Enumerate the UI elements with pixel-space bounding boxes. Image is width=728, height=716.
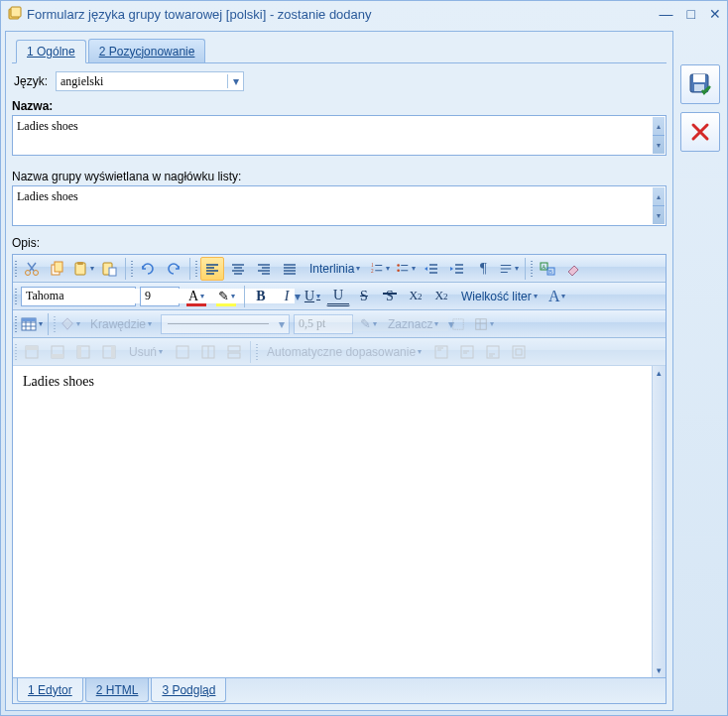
cut-button[interactable]	[20, 257, 44, 281]
svg-rect-24	[52, 346, 63, 358]
align-left-button[interactable]	[200, 257, 224, 281]
letter-case-dropdown[interactable]: Wielkość liter	[454, 285, 545, 308]
maximize-button[interactable]: □	[687, 6, 695, 22]
pen-color-button: ✎	[356, 312, 380, 336]
header-textarea[interactable]: Ladies shoes	[13, 186, 652, 222]
svg-rect-32	[228, 346, 240, 351]
svg-rect-1	[11, 7, 21, 17]
scroll-up-icon[interactable]: ▴	[653, 366, 666, 380]
name-textarea[interactable]: Ladies shoes	[13, 116, 652, 152]
svg-rect-37	[513, 346, 525, 358]
language-input[interactable]	[57, 74, 227, 89]
vertical-scrollbar[interactable]: ▴ ▾	[652, 366, 666, 677]
toolbar-font: ▾ ▾ A ✎ B I U U S S X2 X2 Wielkość liter…	[13, 283, 666, 310]
svg-rect-19	[22, 318, 36, 321]
svg-text:B: B	[548, 269, 552, 275]
editor-view-tabstrip: 1 Edytor 2 HTML 3 Podgląd	[13, 677, 666, 703]
tab-preview-view[interactable]: 3 Podgląd	[151, 678, 226, 702]
borders-dropdown: Krawędzie	[83, 312, 159, 336]
insert-col-right-button	[97, 340, 121, 364]
svg-text:2: 2	[371, 267, 374, 273]
indent-decrease-button[interactable]	[420, 257, 443, 281]
language-combo[interactable]: ▾	[56, 71, 244, 91]
grip-icon[interactable]	[193, 255, 199, 282]
svg-rect-23	[26, 346, 38, 350]
window-title: Formularz języka grupy towarowej [polski…	[27, 7, 660, 22]
spin-up-icon[interactable]: ▴	[653, 117, 665, 135]
number-list-button[interactable]: 12	[368, 257, 392, 281]
tab-editor-view[interactable]: 1 Edytor	[17, 678, 83, 702]
editor-body[interactable]: Ladies shoes	[13, 366, 652, 677]
editor-content-area[interactable]: Ladies shoes ▴ ▾	[13, 366, 666, 677]
header-field[interactable]: Ladies shoes ▴▾	[12, 185, 667, 226]
scroll-down-icon[interactable]: ▾	[653, 663, 666, 677]
indent-increase-button[interactable]	[445, 257, 469, 281]
insert-row-below-button	[46, 340, 69, 364]
paragraph-mark-button[interactable]: ¶	[471, 257, 495, 281]
undo-button[interactable]	[136, 257, 160, 281]
dialog-window: Formularz języka grupy towarowej [polski…	[0, 0, 728, 716]
table-properties-button	[472, 312, 496, 336]
spin-up-icon[interactable]: ▴	[653, 187, 665, 205]
align-justify-button[interactable]	[278, 257, 302, 281]
cell-align-tl-button	[429, 340, 453, 364]
find-replace-button[interactable]: AB	[536, 257, 559, 281]
align-right-button[interactable]	[252, 257, 276, 281]
save-button[interactable]	[680, 64, 720, 104]
underline-button[interactable]: U	[301, 285, 324, 308]
svg-rect-36	[487, 346, 499, 358]
svg-point-2	[26, 270, 31, 275]
spin-down-icon[interactable]: ▾	[653, 135, 665, 154]
paste-button[interactable]	[71, 257, 95, 281]
eraser-button[interactable]	[561, 257, 585, 281]
grip-icon[interactable]	[129, 255, 135, 282]
close-button[interactable]: ✕	[709, 6, 721, 22]
svg-rect-21	[476, 318, 487, 329]
tab-positioning[interactable]: 2 Pozycjonowanie	[88, 39, 206, 62]
font-name-combo[interactable]: ▾	[21, 287, 136, 306]
spin-down-icon[interactable]: ▾	[653, 205, 665, 224]
redo-button[interactable]	[162, 257, 185, 281]
superscript-button[interactable]: X2	[404, 285, 427, 308]
titlebar[interactable]: Formularz języka grupy towarowej [polski…	[1, 1, 727, 27]
action-buttons-pane	[677, 31, 723, 711]
scroll-track[interactable]	[653, 380, 666, 663]
grip-icon[interactable]	[13, 255, 19, 282]
bold-button[interactable]: B	[249, 285, 273, 308]
cell-margins-button	[507, 340, 531, 364]
cell-align-bl-button	[481, 340, 505, 364]
name-field[interactable]: Ladies shoes ▴▾	[12, 115, 667, 156]
interline-dropdown[interactable]: Interlinia	[303, 257, 367, 281]
border-width-combo: ▾	[294, 314, 353, 334]
tab-html-view[interactable]: 2 HTML	[85, 678, 150, 702]
font-dialog-button[interactable]: A	[546, 285, 569, 308]
grip-icon[interactable]	[529, 255, 535, 282]
insert-table-button[interactable]	[20, 312, 44, 336]
bullet-list-button[interactable]	[394, 257, 418, 281]
split-table-button	[222, 340, 246, 364]
grip-icon[interactable]	[13, 310, 19, 337]
svg-rect-40	[693, 74, 705, 82]
paste-special-button[interactable]	[97, 257, 121, 281]
double-underline-button[interactable]: U	[326, 287, 350, 306]
font-color-button[interactable]: A	[182, 285, 210, 308]
copy-button[interactable]	[46, 257, 69, 281]
toolbar-clipboard-paragraph: Interlinia 12 ¶ AB	[13, 255, 666, 283]
svg-rect-30	[177, 346, 188, 358]
font-size-combo[interactable]: ▾	[140, 287, 180, 306]
select-dropdown: Zaznacz	[381, 312, 445, 336]
paragraph-settings-button[interactable]	[497, 257, 521, 281]
strikethrough-button[interactable]: S	[352, 285, 376, 308]
italic-button[interactable]: I	[275, 285, 299, 308]
grip-icon[interactable]	[13, 283, 19, 309]
cell-align-ml-button	[455, 340, 479, 364]
align-center-button[interactable]	[226, 257, 250, 281]
highlight-color-button[interactable]: ✎	[212, 285, 240, 308]
cancel-button[interactable]	[680, 112, 720, 152]
svg-rect-26	[77, 346, 89, 358]
subscript-button[interactable]: X2	[429, 285, 453, 308]
double-strike-button[interactable]: S	[378, 285, 402, 308]
tab-general[interactable]: 1 Ogólne	[16, 40, 86, 63]
minimize-button[interactable]: —	[660, 6, 673, 22]
chevron-down-icon[interactable]: ▾	[227, 74, 243, 88]
